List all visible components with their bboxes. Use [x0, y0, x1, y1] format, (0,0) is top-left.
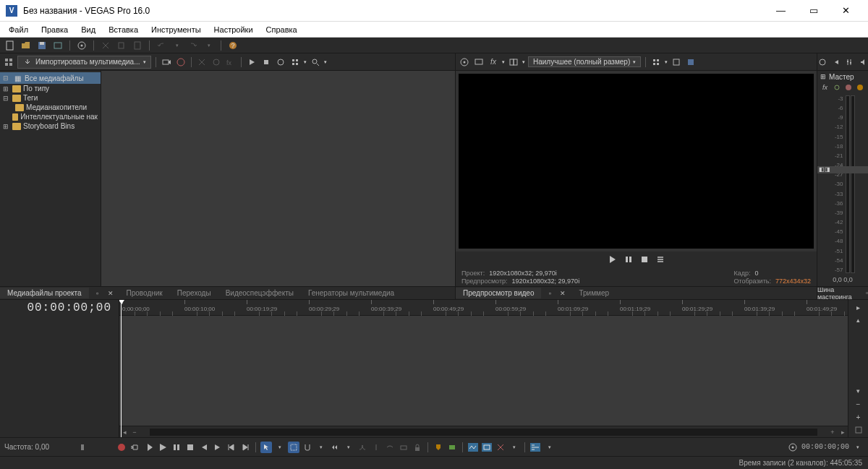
media-content-area[interactable]: [101, 71, 455, 286]
region-icon[interactable]: [446, 442, 458, 453]
fit-zoom-icon[interactable]: [853, 424, 864, 436]
vscroll-up-icon[interactable]: ▴: [853, 314, 864, 326]
selection-tool-icon[interactable]: [288, 442, 299, 453]
undo-dropdown-icon[interactable]: ▾: [171, 40, 183, 51]
tab-explorer[interactable]: Проводник: [119, 288, 170, 298]
master-fx-icon[interactable]: fx: [820, 82, 830, 93]
minimize-button[interactable]: —: [765, 0, 797, 22]
lock-icon[interactable]: [412, 442, 423, 453]
tree-item-tags[interactable]: ⊟ Теги: [0, 93, 101, 103]
dim-output-icon[interactable]: [858, 56, 869, 68]
menu-help[interactable]: Справка: [260, 24, 303, 35]
cursor-position[interactable]: 00:00:00;00: [801, 443, 849, 451]
mixer-fader-icon[interactable]: [844, 56, 855, 68]
ripple-dropdown-icon[interactable]: ▾: [343, 442, 354, 453]
media-fx-icon[interactable]: fx: [225, 56, 237, 68]
zoom-in-icon[interactable]: +: [827, 427, 838, 437]
fader-handle[interactable]: ◧◨: [817, 166, 868, 173]
master-output-icon[interactable]: [856, 82, 865, 93]
loop-playback-icon[interactable]: [129, 442, 141, 453]
timeline-ruler[interactable]: 0;00:00;0000:00:10;0000:00:19;2900:00:29…: [119, 300, 848, 316]
scroll-track[interactable]: [150, 429, 817, 436]
scrub-control-icon[interactable]: [77, 442, 88, 453]
marker-tool-icon[interactable]: ▸: [853, 301, 864, 313]
playhead[interactable]: [121, 300, 122, 437]
maximize-button[interactable]: ▭: [797, 0, 830, 22]
ignore-event-grouping-icon[interactable]: [398, 442, 409, 453]
auto-ripple-icon[interactable]: [329, 442, 341, 453]
stop-icon[interactable]: [184, 442, 196, 453]
split-screen-icon[interactable]: [508, 56, 519, 68]
media-properties-icon[interactable]: [210, 56, 222, 68]
auto-preview-icon[interactable]: [275, 56, 286, 68]
tab-trimmer[interactable]: Триммер: [571, 288, 616, 298]
tree-expand-icon[interactable]: ⊟: [3, 95, 10, 102]
timeline-tracks-area[interactable]: 0;00:00;0000:00:10;0000:00:19;2900:00:29…: [119, 300, 848, 437]
render-icon[interactable]: [52, 40, 64, 51]
tab-transitions[interactable]: Переходы: [170, 288, 218, 298]
timecode-display[interactable]: 00:00:00;00: [0, 300, 119, 316]
tree-item-all-media[interactable]: ⊟ ▦ Все медиафайлы: [0, 72, 101, 84]
media-view-grid-icon[interactable]: [289, 56, 301, 68]
tree-item-media-drives[interactable]: Медианакопители: [0, 103, 101, 112]
capture-video-icon[interactable]: [161, 56, 172, 68]
help-context-icon[interactable]: ?: [227, 40, 239, 51]
master-automation-icon[interactable]: [832, 82, 841, 93]
close-tab-icon[interactable]: ✕: [557, 288, 569, 299]
close-button[interactable]: ✕: [830, 0, 862, 22]
meter-bars[interactable]: [846, 95, 855, 273]
menu-edit[interactable]: Правка: [35, 24, 74, 35]
marker-icon[interactable]: [433, 442, 444, 453]
scroll-right-icon[interactable]: ▸: [838, 427, 848, 437]
close-tab-icon[interactable]: ✕: [105, 288, 116, 299]
tree-collapse-icon[interactable]: ⊟: [3, 74, 10, 82]
save-snapshot-icon[interactable]: [685, 56, 697, 68]
prev-frame-icon[interactable]: [226, 442, 237, 453]
save-icon[interactable]: [36, 40, 48, 51]
quantize-dropdown-icon[interactable]: ▾: [509, 442, 520, 453]
tree-item-by-type[interactable]: ⊞ По типу: [0, 84, 101, 93]
next-frame-icon[interactable]: [239, 442, 251, 453]
bypass-fx-icon[interactable]: [495, 442, 506, 453]
overlays-icon[interactable]: [650, 56, 662, 68]
menu-options[interactable]: Настройки: [208, 24, 259, 35]
timeline-settings-icon[interactable]: [787, 442, 799, 453]
chevron-down-icon[interactable]: ▾: [304, 59, 307, 65]
zoom-out-icon[interactable]: −: [129, 427, 140, 437]
tree-item-storyboard-bins[interactable]: ⊞ Storyboard Bins: [0, 121, 101, 131]
redo-icon[interactable]: [187, 40, 199, 51]
position-dropdown-icon[interactable]: ▾: [852, 442, 864, 453]
timeline-hscroll[interactable]: ◂ − + ▸: [119, 426, 848, 437]
play-from-start-icon[interactable]: [143, 442, 155, 453]
new-project-icon[interactable]: [4, 40, 16, 51]
preview-quality-dropdown[interactable]: Наилучшее (полный размер) ▾: [528, 56, 641, 67]
vzoom-in-icon[interactable]: +: [853, 411, 864, 423]
menu-insert[interactable]: Вставка: [103, 24, 144, 35]
go-to-start-icon[interactable]: [198, 442, 210, 453]
cut-icon[interactable]: [100, 40, 111, 51]
tab-video-fx[interactable]: Видеоспецэффекты: [218, 288, 301, 298]
record-icon[interactable]: [116, 442, 127, 453]
tab-media-generators[interactable]: Генераторы мультимедиа: [301, 288, 401, 298]
normal-edit-tool-icon[interactable]: [260, 442, 272, 453]
preview-pause-icon[interactable]: [623, 254, 634, 265]
copy-icon[interactable]: [116, 40, 127, 51]
snap-dropdown-icon[interactable]: ▾: [315, 442, 327, 453]
chevron-down-icon[interactable]: ▾: [665, 59, 668, 65]
menu-tools[interactable]: Инструменты: [145, 24, 207, 35]
edit-tool-dropdown-icon[interactable]: ▾: [274, 442, 286, 453]
stop-media-icon[interactable]: [260, 56, 272, 68]
auto-crossfade-icon[interactable]: [357, 442, 368, 453]
video-output-fx-icon[interactable]: fx: [488, 56, 499, 68]
go-to-end-icon[interactable]: [212, 442, 224, 453]
search-media-icon[interactable]: [310, 56, 321, 68]
audio-envelopes-icon[interactable]: [467, 442, 479, 453]
vscroll-down-icon[interactable]: ▾: [853, 385, 864, 397]
copy-snapshot-icon[interactable]: [671, 56, 682, 68]
preview-play-icon[interactable]: [607, 254, 618, 265]
play-icon[interactable]: [157, 442, 169, 453]
external-monitor-icon[interactable]: [473, 56, 485, 68]
tab-project-media[interactable]: Медиафайлы проекта: [0, 288, 89, 298]
split-icon[interactable]: [370, 442, 382, 453]
menu-file[interactable]: Файл: [3, 24, 34, 35]
